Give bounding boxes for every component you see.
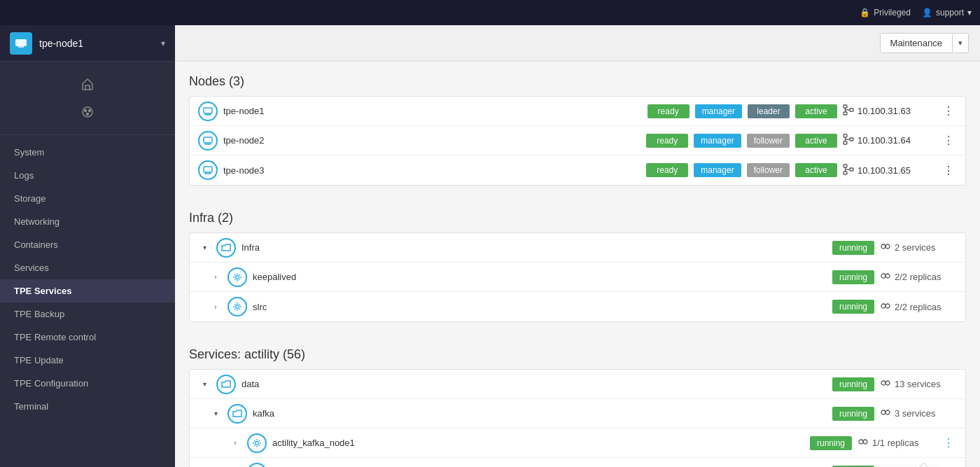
- node-row-2: tpe-node2 ready manager follower active: [190, 126, 965, 155]
- network-icon-1: [843, 104, 854, 118]
- sidebar-item-tpe-services[interactable]: TPE Services: [0, 279, 175, 302]
- sidebar-chevron-icon[interactable]: ▾: [161, 39, 165, 48]
- main-content: Maintenance ▾ Nodes (3): [175, 25, 980, 467]
- svg-rect-21: [844, 141, 847, 144]
- network-icon-2: [843, 134, 854, 147]
- keepalived-expand-btn[interactable]: ›: [209, 271, 222, 284]
- node-raft-2: follower: [747, 134, 790, 148]
- svg-point-41: [236, 305, 239, 309]
- data-group-status: running: [832, 377, 874, 391]
- kafka-node2-row: › actility_kafka_node2 running: [190, 458, 965, 467]
- keepalived-gear-icon: [227, 267, 247, 287]
- svg-point-50: [863, 440, 867, 444]
- node-raft-3: follower: [747, 163, 790, 177]
- sidebar-home-icon[interactable]: [75, 71, 100, 97]
- node-status-3: ready: [646, 163, 688, 177]
- node-ip-container-1: 10.100.31.63: [843, 104, 934, 118]
- node-more-btn-2[interactable]: ⋮: [940, 132, 957, 149]
- kafka-group-replicas: 3 services: [880, 407, 957, 420]
- slrc-gear-icon: [227, 297, 247, 316]
- lock-icon: 🔒: [860, 8, 870, 18]
- nodes-table: tpe-node1 ready manager leader active: [189, 96, 966, 186]
- data-expand-btn[interactable]: ▾: [198, 378, 211, 391]
- sidebar: tpe-node1 ▾ System Logs: [0, 25, 175, 467]
- node-icon-2: [198, 131, 218, 151]
- maintenance-button[interactable]: Maintenance ▾: [880, 33, 969, 53]
- sidebar-item-terminal[interactable]: Terminal: [0, 395, 175, 418]
- node-ip-3: 10.100.31.65: [858, 165, 934, 176]
- infra-group-name: Infra: [241, 242, 827, 253]
- sidebar-item-networking[interactable]: Networking: [0, 210, 175, 233]
- sidebar-item-tpe-remote-control[interactable]: TPE Remote control: [0, 326, 175, 349]
- keepalived-status: running: [832, 270, 874, 284]
- infra-group-replicas: 2 services: [880, 241, 957, 254]
- data-group-row: ▾ data running: [190, 370, 965, 399]
- maintenance-label[interactable]: Maintenance: [881, 34, 952, 53]
- sidebar-icon-bar: [0, 62, 175, 135]
- node-row-3: tpe-node3 ready manager follower active: [190, 155, 965, 185]
- svg-rect-11: [844, 112, 847, 115]
- privilege-item: 🔒 Privileged: [860, 8, 911, 18]
- svg-point-49: [859, 440, 863, 444]
- node-name-1: tpe-node1: [223, 106, 642, 116]
- svg-rect-30: [844, 165, 847, 167]
- sidebar-logo: [10, 32, 32, 55]
- svg-rect-22: [850, 138, 853, 141]
- slrc-expand-btn[interactable]: ›: [209, 300, 222, 313]
- svg-point-43: [886, 304, 890, 308]
- sidebar-item-tpe-configuration[interactable]: TPE Configuration: [0, 372, 175, 395]
- node-role-2: manager: [694, 134, 741, 148]
- svg-rect-16: [204, 137, 212, 143]
- keepalived-replicas-text: 2/2 replicas: [895, 272, 941, 282]
- infra-section-title: Infra (2): [189, 211, 966, 225]
- kafka-expand-btn[interactable]: ▾: [209, 407, 222, 420]
- sidebar-item-containers[interactable]: Containers: [0, 233, 175, 256]
- kafka-group-replicas-text: 3 services: [895, 408, 936, 419]
- svg-rect-1: [18, 46, 24, 48]
- sidebar-item-system[interactable]: System: [0, 141, 175, 164]
- svg-point-37: [886, 244, 890, 249]
- node-ip-container-2: 10.100.31.64: [843, 134, 934, 147]
- svg-point-44: [881, 381, 886, 385]
- node-more-btn-1[interactable]: ⋮: [940, 103, 957, 120]
- maintenance-chevron-icon[interactable]: ▾: [952, 34, 968, 52]
- keepalived-replicas-icon: [880, 270, 891, 284]
- svg-point-5: [87, 113, 89, 116]
- nodes-section: Nodes (3) tpe-node1 ready manager: [175, 62, 980, 186]
- services-section-title: Services: actility (56): [189, 347, 966, 362]
- node-raft-1: leader: [748, 104, 790, 118]
- svg-point-38: [236, 275, 239, 279]
- sidebar-palette-icon[interactable]: [75, 99, 100, 125]
- kafka-node1-more-btn[interactable]: ⋮: [940, 435, 957, 452]
- infra-expand-btn[interactable]: ▾: [198, 242, 211, 254]
- keepalived-row: › keepalived running: [190, 263, 965, 292]
- sidebar-item-tpe-update[interactable]: TPE Update: [0, 349, 175, 372]
- svg-point-47: [886, 410, 890, 414]
- kafka-node1-status: running: [810, 436, 852, 450]
- slrc-replicas-text: 2/2 replicas: [895, 302, 941, 312]
- node-icon-3: [198, 160, 218, 180]
- sidebar-node-name: tpe-node1: [39, 38, 161, 49]
- kafka-group-name: kafka: [253, 408, 827, 419]
- svg-point-45: [886, 381, 890, 385]
- sidebar-item-logs[interactable]: Logs: [0, 164, 175, 187]
- kafka-node2-gear-icon: [247, 463, 267, 468]
- user-item[interactable]: 👤 support ▾: [922, 8, 972, 18]
- svg-point-40: [886, 274, 890, 278]
- services-section: Services: actility (56) ▾ data running: [175, 335, 980, 467]
- main-header: Maintenance ▾: [175, 25, 980, 62]
- kafka-node1-row: › actility_kafka_node1 running: [190, 428, 965, 458]
- node-more-btn-3[interactable]: ⋮: [940, 162, 957, 179]
- sidebar-item-storage[interactable]: Storage: [0, 187, 175, 210]
- node-icon-1: [198, 102, 218, 121]
- node-activity-3: active: [795, 163, 837, 177]
- svg-point-46: [881, 410, 886, 414]
- svg-point-36: [881, 244, 886, 249]
- services-table: ▾ data running: [189, 369, 966, 467]
- sidebar-item-services[interactable]: Services: [0, 256, 175, 279]
- kafka-node1-expand-btn[interactable]: ›: [229, 437, 241, 449]
- user-chevron-icon: ▾: [967, 8, 972, 18]
- node-role-3: manager: [694, 163, 741, 177]
- kafka-node1-replicas-text: 1/1 replicas: [872, 438, 918, 448]
- sidebar-item-tpe-backup[interactable]: TPE Backup: [0, 302, 175, 326]
